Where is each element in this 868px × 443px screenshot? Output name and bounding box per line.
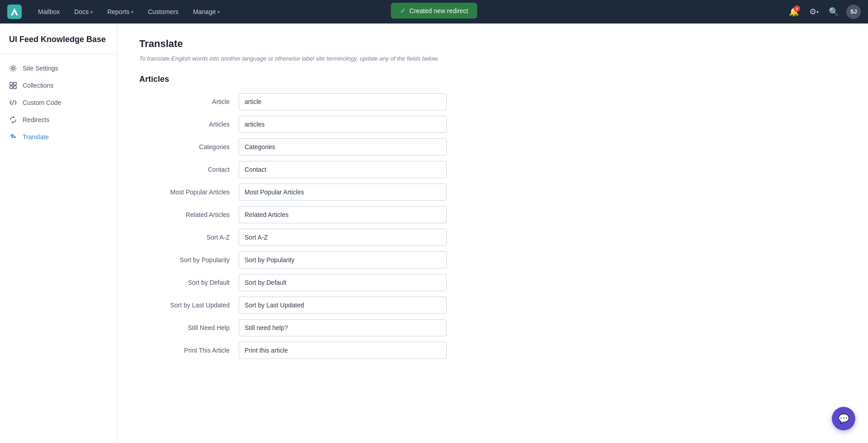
search-icon: 🔍 — [829, 7, 839, 17]
toast-message: Created new redirect — [410, 7, 468, 14]
input-sort-by-popularity[interactable] — [239, 251, 447, 269]
manage-chevron-icon: ▾ — [217, 9, 220, 14]
page-title: Translate — [139, 38, 846, 50]
avatar-button[interactable]: SJ — [846, 5, 861, 19]
input-sort-az[interactable] — [239, 229, 447, 246]
input-categories[interactable] — [239, 138, 447, 156]
svg-rect-4 — [14, 82, 16, 85]
nav-docs[interactable]: Docs ▾ — [67, 0, 100, 24]
label-sort-az: Sort A-Z — [139, 234, 239, 241]
label-articles: Articles — [139, 121, 239, 128]
input-contact[interactable] — [239, 161, 447, 178]
toast-notification: ✓ Created new redirect — [391, 3, 477, 19]
label-article: Article — [139, 98, 239, 105]
notifications-button[interactable]: 🔔 0 — [787, 5, 801, 19]
form-row-contact: Contact — [139, 161, 846, 178]
sidebar-item-redirects[interactable]: Redirects — [0, 111, 117, 128]
main-layout: UI Feed Knowledge Base Site Settings — [0, 24, 868, 443]
sidebar-brand: UI Feed Knowledge Base — [0, 24, 117, 54]
reports-chevron-icon: ▾ — [131, 9, 133, 14]
code-icon — [9, 99, 17, 107]
sidebar-label-custom-code: Custom Code — [23, 99, 61, 106]
nav-customers[interactable]: Customers — [141, 0, 186, 24]
input-sort-by-default[interactable] — [239, 274, 447, 291]
translate-icon — [9, 133, 17, 141]
form-row-articles: Articles — [139, 116, 846, 133]
sidebar-nav: Site Settings Collections — [0, 54, 117, 151]
form-row-sort-by-default: Sort by Default — [139, 274, 846, 291]
redirects-icon — [9, 116, 17, 124]
form-row-still-need-help: Still Need Help — [139, 319, 846, 336]
topnav-right: 🔔 0 ⚙ ▾ 🔍 SJ — [787, 5, 861, 19]
docs-chevron-icon: ▾ — [90, 9, 93, 14]
label-sort-by-last-updated: Sort by Last Updated — [139, 302, 239, 309]
settings-button[interactable]: ⚙ ▾ — [807, 5, 821, 19]
svg-rect-6 — [14, 86, 16, 89]
input-sort-by-last-updated[interactable] — [239, 297, 447, 314]
svg-rect-3 — [10, 82, 13, 85]
sidebar-item-custom-code[interactable]: Custom Code — [0, 94, 117, 111]
gear-icon: ⚙ — [809, 7, 816, 17]
translate-form: ArticleArticlesCategoriesContactMost Pop… — [139, 93, 846, 359]
nav-reports[interactable]: Reports ▾ — [100, 0, 141, 24]
label-sort-by-default: Sort by Default — [139, 279, 239, 286]
form-row-categories: Categories — [139, 138, 846, 156]
label-related-articles: Related Articles — [139, 211, 239, 218]
form-row-sort-by-last-updated: Sort by Last Updated — [139, 297, 846, 314]
sidebar-item-translate[interactable]: Translate — [0, 128, 117, 146]
svg-line-7 — [12, 100, 14, 105]
page-subtitle: To translate English words into another … — [139, 55, 846, 62]
form-row-print-this-article: Print This Article — [139, 342, 846, 359]
label-most-popular-articles: Most Popular Articles — [139, 189, 239, 196]
form-row-related-articles: Related Articles — [139, 206, 846, 223]
settings-icon — [9, 64, 17, 72]
chat-fab-button[interactable]: 💬 — [832, 407, 855, 430]
collections-icon — [9, 81, 17, 90]
settings-chevron-icon: ▾ — [816, 9, 819, 14]
form-row-article: Article — [139, 93, 846, 110]
main-content: Translate To translate English words int… — [118, 24, 868, 443]
sidebar-label-redirects: Redirects — [23, 116, 49, 123]
label-contact: Contact — [139, 166, 239, 173]
input-still-need-help[interactable] — [239, 319, 447, 336]
sidebar-label-translate: Translate — [23, 133, 49, 141]
notification-badge: 0 — [794, 5, 800, 12]
input-article[interactable] — [239, 93, 447, 110]
form-row-sort-by-popularity: Sort by Popularity — [139, 251, 846, 269]
sidebar-label-site-settings: Site Settings — [23, 65, 58, 72]
label-print-this-article: Print This Article — [139, 347, 239, 354]
top-navigation: Mailbox Docs ▾ Reports ▾ Customers Manag… — [0, 0, 868, 24]
input-articles[interactable] — [239, 116, 447, 133]
sidebar: UI Feed Knowledge Base Site Settings — [0, 24, 118, 443]
input-related-articles[interactable] — [239, 206, 447, 223]
search-button[interactable]: 🔍 — [826, 5, 841, 19]
section-articles-title: Articles — [139, 75, 846, 84]
svg-point-2 — [12, 67, 14, 70]
label-still-need-help: Still Need Help — [139, 324, 239, 331]
chat-icon: 💬 — [838, 413, 849, 424]
nav-manage[interactable]: Manage ▾ — [186, 0, 227, 24]
input-print-this-article[interactable] — [239, 342, 447, 359]
form-row-most-popular-articles: Most Popular Articles — [139, 184, 846, 201]
nav-mailbox[interactable]: Mailbox — [31, 0, 67, 24]
label-categories: Categories — [139, 143, 239, 151]
sidebar-item-site-settings[interactable]: Site Settings — [0, 60, 117, 77]
toast-check-icon: ✓ — [400, 6, 406, 15]
label-sort-by-popularity: Sort by Popularity — [139, 256, 239, 264]
sidebar-label-collections: Collections — [23, 82, 53, 89]
svg-rect-5 — [10, 86, 13, 89]
sidebar-item-collections[interactable]: Collections — [0, 77, 117, 94]
form-row-sort-az: Sort A-Z — [139, 229, 846, 246]
input-most-popular-articles[interactable] — [239, 184, 447, 201]
app-logo — [7, 5, 22, 19]
